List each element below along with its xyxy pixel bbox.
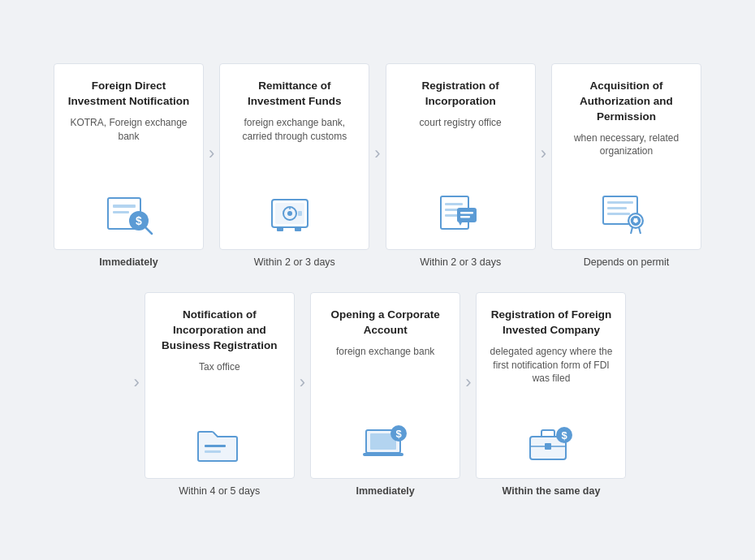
card-incorporation: Registration of Incorporation court regi…: [386, 63, 536, 250]
card-remittance-title: Remittance of Investment Funds: [231, 79, 357, 110]
card-biz-reg-subtitle: Tax office: [199, 360, 239, 374]
svg-text:$: $: [561, 429, 567, 442]
svg-rect-32: [205, 450, 221, 453]
card-authorization-time: Depends on permit: [584, 256, 670, 268]
card-incorporation-title: Registration of Incorporation: [398, 79, 524, 110]
svg-marker-21: [459, 222, 462, 226]
svg-rect-23: [607, 201, 633, 204]
card-foreign-company-title: Registration of Foreign Invested Company: [488, 308, 614, 338]
arrow-1-2: ›: [374, 143, 380, 188]
card-foreign-company-time: Within the same day: [503, 485, 601, 497]
card-authorization-title: Acquisition of Authorization and Permiss…: [563, 79, 689, 125]
card-wrapper-incorporation: Registration of Incorporation court regi…: [386, 63, 536, 268]
svg-rect-2: [113, 211, 129, 213]
card-wrapper-fdi: Foreign Direct Investment Notification K…: [54, 63, 204, 268]
card-biz-reg-icon: [191, 418, 248, 467]
arrow-lead: ›: [134, 372, 140, 417]
svg-rect-16: [445, 209, 458, 211]
svg-rect-19: [460, 212, 473, 214]
svg-rect-20: [460, 216, 470, 218]
card-incorporation-icon: [432, 189, 489, 238]
card-biz-reg: Notification of Incorporation and Busine…: [145, 292, 295, 479]
card-corp-account-icon: $: [357, 418, 414, 467]
card-biz-reg-title: Notification of Incorporation and Busine…: [157, 308, 283, 354]
card-remittance-subtitle: foreign exchange bank, carried through c…: [231, 116, 357, 144]
card-remittance-time: Within 2 or 3 days: [254, 256, 335, 268]
svg-rect-11: [298, 211, 302, 216]
card-corp-account: Opening a Corporate Account foreign exch…: [310, 292, 460, 479]
card-remittance: Remittance of Investment Funds foreign e…: [219, 63, 369, 250]
arrow-2-1: ›: [300, 372, 305, 417]
svg-rect-12: [277, 227, 283, 231]
card-corp-account-time: Immediately: [356, 485, 415, 497]
card-wrapper-authorization: Acquisition of Authorization and Permiss…: [551, 63, 701, 268]
row-1: Foreign Direct Investment Notification K…: [16, 63, 739, 268]
card-foreign-company-subtitle: delegated agency where the first notific…: [488, 345, 614, 386]
card-biz-reg-time: Within 4 or 5 days: [179, 485, 260, 497]
svg-rect-1: [113, 205, 136, 208]
svg-rect-24: [607, 207, 627, 209]
svg-line-5: [144, 226, 152, 234]
card-remittance-icon: [266, 189, 323, 238]
svg-rect-13: [295, 227, 301, 231]
card-foreign-company: Registration of Foreign Invested Company…: [476, 292, 626, 479]
card-fdi-time: Immediately: [99, 256, 157, 268]
card-incorporation-subtitle: court registry office: [420, 116, 502, 130]
svg-line-29: [631, 227, 632, 234]
row-2: › Notification of Incorporation and Busi…: [16, 292, 739, 497]
svg-rect-18: [457, 208, 477, 222]
svg-rect-15: [445, 203, 463, 205]
svg-rect-31: [205, 445, 226, 447]
svg-rect-40: [545, 443, 551, 450]
card-wrapper-biz-reg: Notification of Incorporation and Busine…: [145, 292, 295, 497]
card-fdi: Foreign Direct Investment Notification K…: [54, 63, 204, 250]
card-incorporation-time: Within 2 or 3 days: [420, 256, 501, 268]
card-authorization: Acquisition of Authorization and Permiss…: [551, 63, 701, 250]
arrow-1-1: ›: [209, 143, 214, 188]
svg-line-30: [639, 227, 641, 234]
card-corp-account-subtitle: foreign exchange bank: [336, 345, 434, 359]
arrow-1-3: ›: [541, 143, 546, 188]
card-authorization-subtitle: when necessary, related organization: [563, 131, 689, 159]
card-fdi-subtitle: KOTRA, Foreign exchange bank: [66, 116, 192, 144]
card-wrapper-corp-account: Opening a Corporate Account foreign exch…: [310, 292, 460, 497]
card-authorization-icon: [598, 189, 654, 238]
card-wrapper-remittance: Remittance of Investment Funds foreign e…: [219, 63, 369, 268]
card-corp-account-title: Opening a Corporate Account: [322, 308, 448, 338]
flow-container: Foreign Direct Investment Notification K…: [16, 63, 739, 497]
svg-text:$: $: [136, 214, 142, 227]
svg-point-9: [287, 211, 292, 216]
arrow-2-2: ›: [465, 372, 471, 417]
card-foreign-company-icon: $: [523, 418, 580, 467]
card-fdi-title: Foreign Direct Investment Notification: [66, 79, 192, 110]
card-wrapper-foreign-company: Registration of Foreign Invested Company…: [476, 292, 626, 497]
svg-rect-25: [607, 213, 630, 215]
svg-text:$: $: [395, 428, 402, 440]
svg-rect-35: [363, 453, 403, 456]
card-fdi-icon: $: [101, 189, 157, 238]
